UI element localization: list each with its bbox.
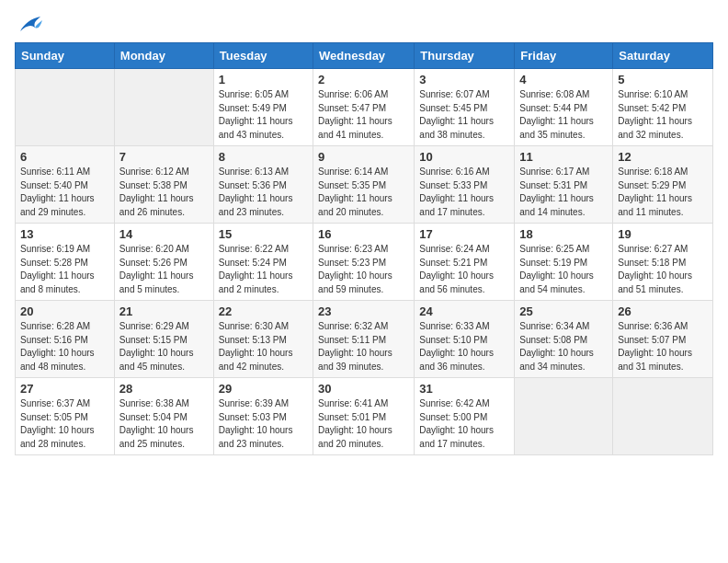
day-number: 21 xyxy=(119,304,209,318)
weekday-header: Thursday xyxy=(415,43,515,69)
day-number: 22 xyxy=(219,304,308,318)
weekday-header: Saturday xyxy=(613,43,713,69)
day-number: 8 xyxy=(219,150,308,164)
day-info: Sunrise: 6:28 AM Sunset: 5:16 PM Dayligh… xyxy=(20,320,109,373)
calendar-cell: 17Sunrise: 6:24 AM Sunset: 5:21 PM Dayli… xyxy=(415,224,515,301)
logo-bird-icon xyxy=(17,15,42,35)
day-number: 25 xyxy=(519,304,608,318)
calendar-table: SundayMondayTuesdayWednesdayThursdayFrid… xyxy=(15,42,713,455)
calendar-cell: 12Sunrise: 6:18 AM Sunset: 5:29 PM Dayli… xyxy=(613,146,713,224)
day-number: 12 xyxy=(618,150,708,164)
calendar-cell: 3Sunrise: 6:07 AM Sunset: 5:45 PM Daylig… xyxy=(415,69,515,146)
day-number: 19 xyxy=(618,227,708,241)
calendar-cell: 9Sunrise: 6:14 AM Sunset: 5:35 PM Daylig… xyxy=(313,146,415,224)
day-info: Sunrise: 6:37 AM Sunset: 5:05 PM Dayligh… xyxy=(20,397,109,451)
calendar-cell: 19Sunrise: 6:27 AM Sunset: 5:18 PM Dayli… xyxy=(613,224,713,301)
weekday-header: Monday xyxy=(114,43,213,69)
day-info: Sunrise: 6:13 AM Sunset: 5:36 PM Dayligh… xyxy=(219,166,308,219)
day-info: Sunrise: 6:19 AM Sunset: 5:28 PM Dayligh… xyxy=(20,243,109,296)
calendar-cell: 24Sunrise: 6:33 AM Sunset: 5:10 PM Dayli… xyxy=(415,301,515,378)
day-info: Sunrise: 6:10 AM Sunset: 5:42 PM Dayligh… xyxy=(618,88,708,142)
day-info: Sunrise: 6:33 AM Sunset: 5:10 PM Dayligh… xyxy=(419,320,509,373)
calendar-cell: 15Sunrise: 6:22 AM Sunset: 5:24 PM Dayli… xyxy=(213,224,313,301)
calendar-cell: 20Sunrise: 6:28 AM Sunset: 5:16 PM Dayli… xyxy=(16,301,115,378)
calendar-cell: 16Sunrise: 6:23 AM Sunset: 5:23 PM Dayli… xyxy=(313,224,415,301)
day-info: Sunrise: 6:17 AM Sunset: 5:31 PM Dayligh… xyxy=(519,166,608,219)
day-number: 23 xyxy=(318,304,409,318)
day-number: 7 xyxy=(119,150,209,164)
day-info: Sunrise: 6:34 AM Sunset: 5:08 PM Dayligh… xyxy=(519,320,608,373)
day-number: 5 xyxy=(618,73,708,86)
day-number: 18 xyxy=(519,227,608,241)
day-number: 6 xyxy=(20,150,109,164)
calendar-cell: 25Sunrise: 6:34 AM Sunset: 5:08 PM Dayli… xyxy=(515,301,613,378)
calendar-cell: 2Sunrise: 6:06 AM Sunset: 5:47 PM Daylig… xyxy=(313,69,415,146)
calendar-cell: 1Sunrise: 6:05 AM Sunset: 5:49 PM Daylig… xyxy=(213,69,313,146)
calendar-week-row: 13Sunrise: 6:19 AM Sunset: 5:28 PM Dayli… xyxy=(16,224,713,301)
calendar-cell: 30Sunrise: 6:41 AM Sunset: 5:01 PM Dayli… xyxy=(313,378,415,455)
day-number: 9 xyxy=(318,150,409,164)
day-info: Sunrise: 6:12 AM Sunset: 5:38 PM Dayligh… xyxy=(119,166,209,219)
calendar-cell: 28Sunrise: 6:38 AM Sunset: 5:04 PM Dayli… xyxy=(114,378,213,455)
calendar-cell xyxy=(114,69,213,146)
day-number: 4 xyxy=(519,73,608,86)
logo xyxy=(15,15,42,31)
weekday-header: Sunday xyxy=(16,43,115,69)
calendar-header-row: SundayMondayTuesdayWednesdayThursdayFrid… xyxy=(16,43,713,69)
day-number: 16 xyxy=(318,227,409,241)
day-number: 11 xyxy=(519,150,608,164)
day-number: 17 xyxy=(419,227,509,241)
page-header xyxy=(15,15,713,31)
day-number: 1 xyxy=(219,73,308,86)
day-info: Sunrise: 6:06 AM Sunset: 5:47 PM Dayligh… xyxy=(318,88,409,142)
day-info: Sunrise: 6:08 AM Sunset: 5:44 PM Dayligh… xyxy=(519,88,608,142)
day-number: 2 xyxy=(318,73,409,86)
day-number: 10 xyxy=(419,150,509,164)
calendar-week-row: 1Sunrise: 6:05 AM Sunset: 5:49 PM Daylig… xyxy=(16,69,713,146)
day-info: Sunrise: 6:36 AM Sunset: 5:07 PM Dayligh… xyxy=(618,320,708,373)
day-number: 15 xyxy=(219,227,308,241)
day-info: Sunrise: 6:23 AM Sunset: 5:23 PM Dayligh… xyxy=(318,243,409,296)
calendar-cell: 27Sunrise: 6:37 AM Sunset: 5:05 PM Dayli… xyxy=(16,378,115,455)
day-info: Sunrise: 6:05 AM Sunset: 5:49 PM Dayligh… xyxy=(219,88,308,142)
calendar-cell: 22Sunrise: 6:30 AM Sunset: 5:13 PM Dayli… xyxy=(213,301,313,378)
day-info: Sunrise: 6:27 AM Sunset: 5:18 PM Dayligh… xyxy=(618,243,708,296)
day-info: Sunrise: 6:16 AM Sunset: 5:33 PM Dayligh… xyxy=(419,166,509,219)
day-number: 24 xyxy=(419,304,509,318)
calendar-cell: 10Sunrise: 6:16 AM Sunset: 5:33 PM Dayli… xyxy=(415,146,515,224)
day-number: 13 xyxy=(20,227,109,241)
calendar-cell: 4Sunrise: 6:08 AM Sunset: 5:44 PM Daylig… xyxy=(515,69,613,146)
day-info: Sunrise: 6:30 AM Sunset: 5:13 PM Dayligh… xyxy=(219,320,308,373)
day-info: Sunrise: 6:22 AM Sunset: 5:24 PM Dayligh… xyxy=(219,243,308,296)
calendar-cell: 21Sunrise: 6:29 AM Sunset: 5:15 PM Dayli… xyxy=(114,301,213,378)
calendar-cell: 29Sunrise: 6:39 AM Sunset: 5:03 PM Dayli… xyxy=(213,378,313,455)
day-info: Sunrise: 6:42 AM Sunset: 5:00 PM Dayligh… xyxy=(419,397,509,451)
day-info: Sunrise: 6:20 AM Sunset: 5:26 PM Dayligh… xyxy=(119,243,209,296)
day-info: Sunrise: 6:38 AM Sunset: 5:04 PM Dayligh… xyxy=(119,397,209,451)
calendar-cell: 8Sunrise: 6:13 AM Sunset: 5:36 PM Daylig… xyxy=(213,146,313,224)
day-info: Sunrise: 6:07 AM Sunset: 5:45 PM Dayligh… xyxy=(419,88,509,142)
calendar-cell: 14Sunrise: 6:20 AM Sunset: 5:26 PM Dayli… xyxy=(114,224,213,301)
day-info: Sunrise: 6:24 AM Sunset: 5:21 PM Dayligh… xyxy=(419,243,509,296)
calendar-cell xyxy=(16,69,115,146)
day-number: 27 xyxy=(20,382,109,396)
calendar-week-row: 27Sunrise: 6:37 AM Sunset: 5:05 PM Dayli… xyxy=(16,378,713,455)
day-number: 30 xyxy=(318,382,409,396)
calendar-cell: 11Sunrise: 6:17 AM Sunset: 5:31 PM Dayli… xyxy=(515,146,613,224)
day-number: 3 xyxy=(419,73,509,86)
calendar-cell: 23Sunrise: 6:32 AM Sunset: 5:11 PM Dayli… xyxy=(313,301,415,378)
calendar-cell: 5Sunrise: 6:10 AM Sunset: 5:42 PM Daylig… xyxy=(613,69,713,146)
day-info: Sunrise: 6:29 AM Sunset: 5:15 PM Dayligh… xyxy=(119,320,209,373)
day-info: Sunrise: 6:32 AM Sunset: 5:11 PM Dayligh… xyxy=(318,320,409,373)
day-number: 31 xyxy=(419,382,509,396)
weekday-header: Tuesday xyxy=(213,43,313,69)
day-number: 20 xyxy=(20,304,109,318)
calendar-week-row: 20Sunrise: 6:28 AM Sunset: 5:16 PM Dayli… xyxy=(16,301,713,378)
calendar-cell xyxy=(613,378,713,455)
calendar-cell: 6Sunrise: 6:11 AM Sunset: 5:40 PM Daylig… xyxy=(16,146,115,224)
calendar-cell xyxy=(515,378,613,455)
day-info: Sunrise: 6:25 AM Sunset: 5:19 PM Dayligh… xyxy=(519,243,608,296)
day-number: 14 xyxy=(119,227,209,241)
calendar-cell: 7Sunrise: 6:12 AM Sunset: 5:38 PM Daylig… xyxy=(114,146,213,224)
weekday-header: Friday xyxy=(515,43,613,69)
